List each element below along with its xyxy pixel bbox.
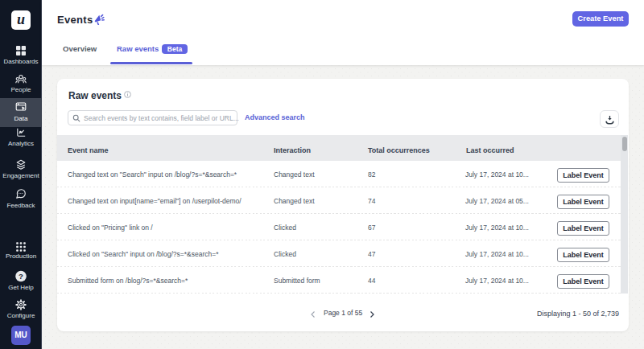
svg-text:?: ? [19, 272, 23, 281]
